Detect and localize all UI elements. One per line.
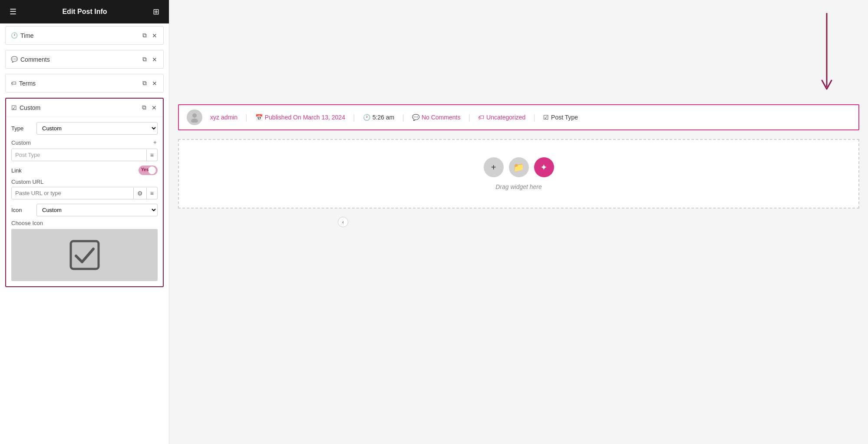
terms-icon: 🏷 xyxy=(11,80,17,86)
custom-block-header-label: ☑ Custom xyxy=(11,104,141,111)
widget-drop-area: + 📁 ✦ Drag widget here xyxy=(178,139,859,209)
left-panel: ☰ Edit Post Info ⊞ 🕐 Time ⧉ ✕ 💬 Comments… xyxy=(0,0,169,444)
custom-actions: ⧉ ✕ xyxy=(141,103,158,112)
icon-select[interactable]: Custom None Default xyxy=(36,204,158,216)
database-icon: ≡ xyxy=(150,152,154,159)
terms-actions: ⧉ ✕ xyxy=(142,79,158,88)
custom-close-button[interactable]: ✕ xyxy=(151,103,158,112)
url-input[interactable] xyxy=(12,187,133,199)
arrow-down-icon xyxy=(820,13,833,100)
custom-block-body: Type Custom Date Author Comments Terms C… xyxy=(6,117,163,286)
clock-icon: 🕐 xyxy=(363,114,370,121)
calendar-icon: 📅 xyxy=(255,114,263,121)
comments-widget-row: 💬 Comments ⧉ ✕ xyxy=(5,50,164,69)
custom-expanded-block: ☑ Custom ⧉ ✕ Type Custom Date Author Com… xyxy=(5,98,164,287)
comments-duplicate-button[interactable]: ⧉ xyxy=(142,55,148,64)
published-info: 📅 Published On March 13, 2024 xyxy=(255,114,345,121)
post-type-label: Post Type xyxy=(551,114,578,121)
category-name: Uncategorized xyxy=(486,114,525,121)
comment-icon: 💬 xyxy=(412,114,419,121)
svg-point-3 xyxy=(191,119,198,123)
user-avatar-icon xyxy=(189,112,200,123)
chevron-left-icon: ‹ xyxy=(342,220,343,225)
custom-url-label: Custom URL xyxy=(11,179,158,185)
svg-rect-0 xyxy=(71,241,99,269)
menu-icon-button[interactable]: ☰ xyxy=(8,6,18,17)
type-field-row: Type Custom Date Author Comments Terms xyxy=(11,122,158,135)
sparkle-icon: ✦ xyxy=(152,139,158,146)
folder-icon: 📁 xyxy=(513,162,524,172)
choose-icon-label: Choose Icon xyxy=(11,220,158,226)
comments-widget-label: 💬 Comments xyxy=(11,56,142,63)
time-widget-row: 🕐 Time ⧉ ✕ xyxy=(5,26,164,45)
comments-actions: ⧉ ✕ xyxy=(142,55,158,64)
icon-preview-box[interactable] xyxy=(11,229,158,281)
panel-title: Edit Post Info xyxy=(62,8,107,16)
checkbox-preview-icon xyxy=(67,238,102,272)
author-info: xyz admin xyxy=(210,114,238,121)
icon-field-label: Icon xyxy=(11,207,33,213)
plus-icon: + xyxy=(491,162,496,172)
custom-block-header: ☑ Custom ⧉ ✕ xyxy=(6,99,163,117)
custom-duplicate-button[interactable]: ⧉ xyxy=(141,103,147,112)
link-row: Link Yes xyxy=(11,166,158,175)
post-info-bar: xyz admin | 📅 Published On March 13, 202… xyxy=(178,104,859,130)
comments-count: No Comments xyxy=(422,114,460,121)
database2-icon: ≡ xyxy=(150,190,154,197)
terms-widget-label: 🏷 Terms xyxy=(11,80,142,87)
comments-icon: 💬 xyxy=(11,56,18,63)
time-icon: 🕐 xyxy=(11,32,18,39)
icon-field-row: Icon Custom None Default xyxy=(11,204,158,216)
custom-section-label-row: Custom ✦ xyxy=(11,139,158,146)
post-type-db-button[interactable]: ≡ xyxy=(146,149,157,161)
time-duplicate-button[interactable]: ⧉ xyxy=(142,31,148,40)
arrow-container xyxy=(820,13,833,102)
url-input-row: ⚙ ≡ xyxy=(11,187,158,199)
sparkle-widget-button[interactable]: ✦ xyxy=(534,157,554,177)
link-label: Link xyxy=(11,167,33,174)
author-avatar xyxy=(187,109,202,125)
collapse-panel-button[interactable]: ‹ xyxy=(338,217,348,227)
panel-header: ☰ Edit Post Info ⊞ xyxy=(0,0,169,23)
type-select[interactable]: Custom Date Author Comments Terms xyxy=(36,122,158,135)
post-type-input-row: ≡ xyxy=(11,149,158,161)
post-type-input[interactable] xyxy=(12,149,146,161)
published-date: Published On March 13, 2024 xyxy=(265,114,345,121)
url-settings-button[interactable]: ⚙ xyxy=(133,188,146,199)
link-toggle[interactable]: Yes xyxy=(139,166,158,175)
custom-checkbox-icon: ☑ xyxy=(11,104,17,111)
grid-icon: ⊞ xyxy=(153,7,159,17)
post-type-info: ☑ Post Type xyxy=(543,114,578,121)
time-close-button[interactable]: ✕ xyxy=(151,31,158,40)
hamburger-icon: ☰ xyxy=(10,7,17,17)
widget-buttons-group: + 📁 ✦ xyxy=(484,157,554,177)
terms-duplicate-button[interactable]: ⧉ xyxy=(142,79,148,88)
drag-widget-label: Drag widget here xyxy=(495,183,542,190)
folder-widget-button[interactable]: 📁 xyxy=(509,157,529,177)
author-name: xyz admin xyxy=(210,114,238,121)
toggle-yes-label: Yes xyxy=(141,167,149,172)
post-type-checkbox-icon: ☑ xyxy=(543,114,549,121)
post-time: 5:26 am xyxy=(373,114,395,121)
terms-close-button[interactable]: ✕ xyxy=(151,79,158,88)
add-widget-button[interactable]: + xyxy=(484,157,504,177)
category-info: 🏷 Uncategorized xyxy=(478,114,525,121)
sparkle-btn-icon: ✦ xyxy=(540,162,548,172)
terms-widget-row: 🏷 Terms ⧉ ✕ xyxy=(5,74,164,93)
time-actions: ⧉ ✕ xyxy=(142,31,158,40)
grid-icon-button[interactable]: ⊞ xyxy=(151,6,161,17)
time-widget-label: 🕐 Time xyxy=(11,32,142,39)
svg-point-2 xyxy=(192,113,197,118)
comments-info: 💬 No Comments xyxy=(412,114,460,121)
tag-icon: 🏷 xyxy=(478,114,484,121)
comments-close-button[interactable]: ✕ xyxy=(151,55,158,64)
type-label: Type xyxy=(11,125,33,132)
main-area: xyz admin | 📅 Published On March 13, 202… xyxy=(169,0,868,444)
time-info: 🕐 5:26 am xyxy=(363,114,395,121)
url-db-button[interactable]: ≡ xyxy=(146,188,157,199)
settings-icon: ⚙ xyxy=(137,190,143,197)
